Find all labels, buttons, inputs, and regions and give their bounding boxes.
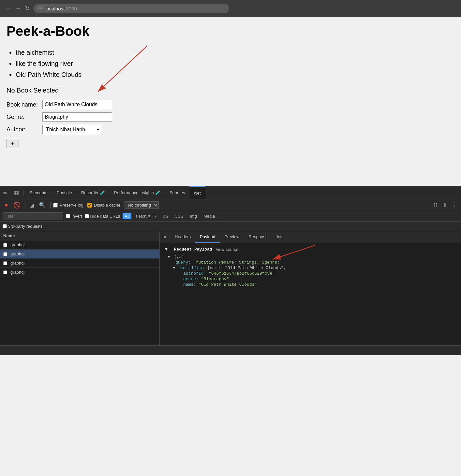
payload-query-line: query: "mutation ($name: String!, $genre… xyxy=(165,260,456,265)
table-row[interactable]: graphql xyxy=(0,259,159,268)
preserve-log-checkbox[interactable] xyxy=(53,203,58,208)
payload-content: ▼ Request Payload view source ▼ {,…} que… xyxy=(160,243,461,345)
filter-bar: Invert Hide data URLs All Fetch/XHR JS C… xyxy=(0,211,461,222)
third-party-checkbox[interactable] xyxy=(3,224,7,228)
disable-cache-checkbox[interactable] xyxy=(87,203,92,208)
filter-media[interactable]: Media xyxy=(201,213,217,219)
download-icon[interactable]: ⇩ xyxy=(450,201,458,209)
toolbar-icon-group: ⇈ ⇧ ⇩ xyxy=(431,201,458,209)
app-title: Peek-a-Book xyxy=(7,23,454,39)
genre-input[interactable] xyxy=(42,112,112,122)
preserve-log-label[interactable]: Preserve log xyxy=(53,203,83,208)
genre-row: Genre: xyxy=(7,112,454,122)
search-icon[interactable]: 🔍 xyxy=(37,201,48,209)
table-row[interactable]: graphql xyxy=(0,240,159,250)
upload-icon[interactable]: ⇧ xyxy=(441,201,449,209)
requests-panel: Name graphql graphql graphql graphql xyxy=(0,231,160,345)
tab-payload[interactable]: Payload xyxy=(195,231,220,243)
tab-initiator[interactable]: Init xyxy=(272,231,287,243)
request-checkbox-4[interactable] xyxy=(3,270,7,274)
hide-data-urls-checkbox[interactable] xyxy=(85,214,89,218)
payload-panel: ✕ Headers Payload Preview Response Init xyxy=(160,231,461,345)
filter-img[interactable]: Img xyxy=(188,213,199,219)
wifi-icon[interactable]: ⇈ xyxy=(431,201,439,209)
list-item[interactable]: the alchemist xyxy=(16,47,454,58)
author-select[interactable]: Thich Nhat Hanh xyxy=(42,125,101,134)
throttle-select[interactable]: No throttling xyxy=(125,201,159,209)
tab-headers[interactable]: Headers xyxy=(170,231,195,243)
tab-console[interactable]: Console xyxy=(52,186,77,199)
back-button[interactable]: ← xyxy=(5,5,11,12)
form-section: Book name: Genre: Author: Thich Nhat Han… xyxy=(7,100,454,148)
hide-data-urls-label[interactable]: Hide data URLs xyxy=(85,214,120,219)
record-button[interactable]: ● xyxy=(3,200,10,210)
payload-section-title: ▼ Request Payload view source xyxy=(165,247,456,252)
payload-genre-line: genre: "Biography" xyxy=(165,277,456,281)
forward-button[interactable]: → xyxy=(15,5,21,12)
tab-recorder[interactable]: Recorder 🧪 xyxy=(77,186,110,199)
filter-css[interactable]: CSS xyxy=(173,213,186,219)
devtools: ⇨ ▦ Elements Console Recorder 🧪 Performa… xyxy=(0,186,461,355)
add-button[interactable]: + xyxy=(7,139,19,148)
request-checkbox-3[interactable] xyxy=(3,261,7,265)
address-bar[interactable]: ⓘ localhost:3000 xyxy=(34,4,229,13)
table-row[interactable]: graphql xyxy=(0,268,159,277)
table-row-selected[interactable]: graphql xyxy=(0,250,159,259)
browser-chrome: ← → ↻ ⓘ localhost:3000 xyxy=(0,0,461,17)
book-name-label: Book name: xyxy=(7,101,42,108)
toolbar-separator-2 xyxy=(50,202,51,209)
book-name-input[interactable] xyxy=(42,100,112,109)
page-content: Peek-a-Book the alchemist like the flowi… xyxy=(0,17,461,186)
filter-icon[interactable]: ◢ xyxy=(28,201,36,209)
invert-label[interactable]: Invert xyxy=(66,214,82,219)
block-button[interactable]: 🚫 xyxy=(11,200,22,210)
author-label: Author: xyxy=(7,126,42,133)
third-party-label[interactable]: 3rd-party requests xyxy=(3,224,43,229)
devtools-main: Name graphql graphql graphql graphql ✕ xyxy=(0,231,461,345)
request-name-3: graphql xyxy=(10,261,24,266)
request-name-4: graphql xyxy=(10,270,24,275)
list-item[interactable]: Old Path White Clouds xyxy=(16,69,454,80)
request-checkbox-2[interactable] xyxy=(3,252,7,256)
tab-performance-insights[interactable]: Performance insights 🧪 xyxy=(110,186,165,199)
address-text: localhost:3000 xyxy=(45,6,77,11)
request-name-1: graphql xyxy=(10,242,24,247)
view-source-link[interactable]: view source xyxy=(216,247,239,252)
payload-brace-line: ▼ {,…} xyxy=(165,254,456,259)
filter-all[interactable]: All xyxy=(123,213,131,219)
devtools-tabs-bar: ⇨ ▦ Elements Console Recorder 🧪 Performa… xyxy=(0,186,461,199)
author-row: Author: Thich Nhat Hanh xyxy=(7,125,454,134)
reload-button[interactable]: ↻ xyxy=(25,5,30,12)
third-party-bar: 3rd-party requests xyxy=(0,222,461,231)
tab-response[interactable]: Response xyxy=(244,231,272,243)
devtools-toolbar: ● 🚫 ◢ 🔍 Preserve log Disable cache No th… xyxy=(0,199,461,211)
request-checkbox-1[interactable] xyxy=(3,243,7,247)
filter-fetch-xhr[interactable]: Fetch/XHR xyxy=(134,213,159,219)
book-name-row: Book name: xyxy=(7,100,454,109)
devtools-bottom xyxy=(0,345,461,355)
info-icon: ⓘ xyxy=(38,6,43,11)
devtools-cursor-icon[interactable]: ⇨ xyxy=(0,186,11,199)
no-book-selected: No Book Selected xyxy=(7,87,454,94)
payload-close-button[interactable]: ✕ xyxy=(160,235,170,240)
request-name-2: graphql xyxy=(10,252,24,256)
invert-checkbox[interactable] xyxy=(66,214,70,218)
payload-authorid-line: authorId: "646f615347ab2f66d529fc8e" xyxy=(165,271,456,276)
tab-sources[interactable]: Sources xyxy=(165,186,190,199)
tab-separator xyxy=(23,190,24,196)
devtools-mobile-icon[interactable]: ▦ xyxy=(11,186,22,199)
toolbar-separator-1 xyxy=(25,202,25,209)
genre-label: Genre: xyxy=(7,114,42,121)
tab-elements[interactable]: Elements xyxy=(25,186,52,199)
list-item[interactable]: like the flowing river xyxy=(16,58,454,69)
filter-js[interactable]: JS xyxy=(161,213,170,219)
payload-name-line: name: "Old Path White Clouds" xyxy=(165,282,456,287)
tab-network[interactable]: Net xyxy=(189,186,205,199)
filter-input[interactable] xyxy=(3,212,63,220)
payload-tabs-bar: ✕ Headers Payload Preview Response Init xyxy=(160,231,461,243)
payload-variables-line: ▼ variables: {name: "Old Path White Clou… xyxy=(165,266,456,270)
tab-preview[interactable]: Preview xyxy=(220,231,244,243)
book-list: the alchemist like the flowing river Old… xyxy=(7,47,454,80)
requests-header: Name xyxy=(0,231,159,240)
disable-cache-label[interactable]: Disable cache xyxy=(87,203,121,208)
